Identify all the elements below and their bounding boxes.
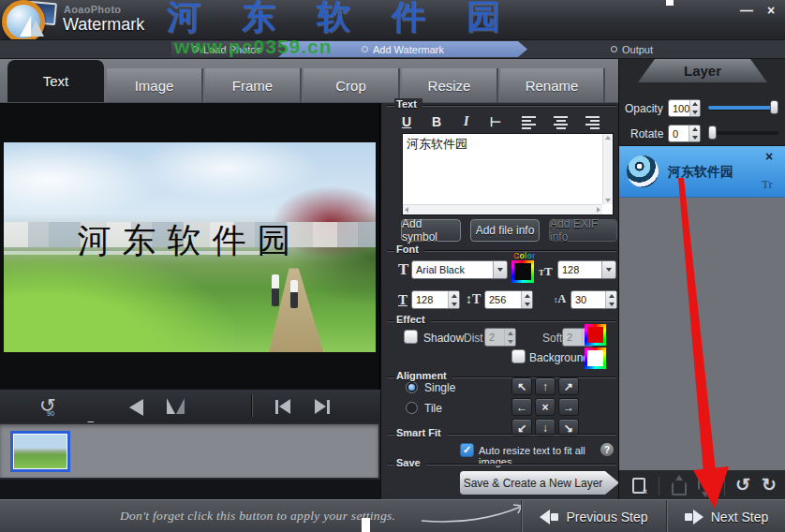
text-settings-panel: Text U B I ⊢ 河东软件园 Add symbol Add file i… bbox=[380, 103, 618, 499]
background-checkbox[interactable] bbox=[511, 349, 526, 363]
app-logo-icon bbox=[2, 0, 45, 43]
text-group-label: Text bbox=[394, 98, 422, 111]
rotate-stepper[interactable]: 0 bbox=[668, 125, 701, 142]
move-layer-down-button[interactable] bbox=[698, 477, 713, 490]
tab-frame[interactable]: Frame bbox=[205, 68, 302, 102]
shadow-label: Shadow bbox=[423, 332, 464, 345]
undo-button[interactable]: ↺ bbox=[735, 474, 750, 495]
thumbnail-image bbox=[14, 435, 67, 468]
single-radio[interactable] bbox=[406, 381, 418, 393]
font-family-select[interactable]: Arial Black bbox=[411, 260, 508, 279]
shadow-checkbox[interactable] bbox=[404, 330, 418, 344]
layer-visibility-eye-icon[interactable] bbox=[627, 155, 659, 187]
opacity-slider-track[interactable] bbox=[708, 106, 778, 110]
tab-image[interactable]: Image bbox=[107, 68, 203, 102]
auto-resize-checkbox[interactable]: ✓ bbox=[460, 443, 474, 457]
soft-label: Soft bbox=[542, 332, 562, 345]
font-color-swatch[interactable] bbox=[511, 260, 534, 283]
add-file-info-button[interactable]: Add file info bbox=[470, 219, 540, 242]
app-window: AoaoPhoto Watermark — × 河东软件园 www.pc0359… bbox=[0, 0, 785, 532]
tab-stop-button[interactable]: ⊢ bbox=[490, 114, 501, 129]
background-color-swatch[interactable] bbox=[585, 347, 606, 369]
move-layer-up-button[interactable] bbox=[672, 482, 687, 495]
text-layer-type-icon: Tr bbox=[762, 177, 773, 192]
font-width-stepper[interactable]: 128 bbox=[411, 290, 460, 309]
align-center-pos-button[interactable]: × bbox=[535, 398, 555, 416]
next-image-button[interactable] bbox=[315, 399, 330, 414]
font-height-icon: ↕T bbox=[466, 292, 481, 307]
preview-photo[interactable]: 河东软件园 bbox=[4, 142, 376, 352]
italic-button[interactable]: I bbox=[464, 114, 468, 129]
delete-layer-button[interactable]: × bbox=[632, 478, 645, 494]
next-step-button[interactable]: Next Step bbox=[668, 500, 785, 532]
flip-horizontal-button[interactable] bbox=[129, 398, 143, 421]
layer-item[interactable]: 河东软件园 × Tr bbox=[619, 146, 785, 198]
align-right-button[interactable] bbox=[585, 116, 600, 129]
minimize-button[interactable]: — bbox=[736, 3, 757, 18]
shadow-color-swatch[interactable] bbox=[585, 324, 606, 346]
screenshot-artifact bbox=[666, 0, 674, 6]
thumbnail-selected[interactable] bbox=[10, 431, 70, 472]
rotate-slider-handle[interactable] bbox=[708, 126, 717, 140]
stepper-arrows[interactable] bbox=[689, 100, 700, 116]
watermark-text-input[interactable]: 河东软件园 bbox=[402, 133, 614, 215]
tile-radio[interactable] bbox=[406, 402, 418, 414]
rotate-left-90-button[interactable]: ↺90 bbox=[39, 394, 62, 417]
previous-image-button[interactable] bbox=[275, 399, 290, 414]
hint-curved-arrow bbox=[408, 500, 530, 528]
stepper-arrows[interactable] bbox=[605, 291, 616, 308]
align-left-pos-button[interactable]: ← bbox=[511, 398, 532, 416]
redo-button[interactable]: ↻ bbox=[762, 474, 777, 495]
previous-step-button[interactable]: Previous Step bbox=[523, 500, 665, 532]
scroll-left-icon bbox=[405, 207, 408, 213]
help-icon[interactable]: ? bbox=[600, 443, 614, 456]
vertical-scrollbar[interactable] bbox=[602, 134, 613, 204]
underline-button[interactable]: U bbox=[402, 114, 411, 129]
step-circle-icon bbox=[611, 46, 617, 52]
layer-delete-icon[interactable]: × bbox=[765, 149, 773, 164]
font-height-stepper[interactable]: 256 bbox=[484, 290, 533, 309]
stepper-arrows[interactable] bbox=[689, 126, 700, 141]
shadow-dist-stepper[interactable]: 2 bbox=[484, 328, 516, 347]
font-family-icon: T bbox=[398, 260, 408, 279]
tile-label[interactable]: Tile bbox=[424, 402, 442, 415]
opacity-slider-handle[interactable] bbox=[770, 100, 778, 114]
add-exif-info-button[interactable]: Add EXIF info bbox=[549, 219, 617, 242]
next-image-icon bbox=[315, 399, 326, 414]
align-top-right-button[interactable]: ↗ bbox=[558, 377, 579, 395]
horizontal-scrollbar[interactable] bbox=[403, 204, 602, 214]
tab-rename[interactable]: Rename bbox=[500, 68, 605, 102]
bold-button[interactable]: B bbox=[432, 114, 441, 129]
align-right-pos-button[interactable]: → bbox=[558, 398, 579, 416]
previous-step-icon bbox=[540, 510, 558, 525]
layer-name: 河东软件园 bbox=[668, 164, 733, 181]
photo-person bbox=[290, 280, 298, 308]
stepper-arrows[interactable] bbox=[504, 329, 515, 346]
tab-text[interactable]: Text bbox=[7, 60, 104, 102]
dist-label: Dist bbox=[464, 332, 483, 345]
tab-resize[interactable]: Resize bbox=[402, 68, 498, 102]
stepper-arrows[interactable] bbox=[448, 291, 459, 308]
stepper-arrows[interactable] bbox=[521, 291, 532, 308]
step-output[interactable]: Output bbox=[611, 41, 695, 57]
font-size-select[interactable]: 128 bbox=[557, 260, 616, 279]
watermark-on-photo[interactable]: 河东软件园 bbox=[4, 218, 376, 264]
previous-image-icon bbox=[279, 399, 290, 414]
align-center-button[interactable] bbox=[554, 116, 568, 129]
alignment-group-label: Alignment bbox=[394, 370, 452, 382]
save-create-layer-button[interactable]: Save & Create a New Layer bbox=[460, 471, 619, 495]
tab-bar: Text Image Frame Crop Resize Rename bbox=[0, 59, 618, 103]
rotate-slider-track[interactable] bbox=[708, 131, 778, 135]
close-button[interactable]: × bbox=[761, 3, 781, 18]
letter-spacing-stepper[interactable]: 30 bbox=[570, 290, 617, 309]
layer-list: 河东软件园 × Tr bbox=[619, 145, 785, 470]
single-label[interactable]: Single bbox=[424, 381, 455, 394]
opacity-stepper[interactable]: 100 bbox=[668, 99, 701, 117]
align-left-button[interactable] bbox=[522, 116, 536, 129]
tab-crop[interactable]: Crop bbox=[304, 68, 400, 102]
add-symbol-button[interactable]: Add symbol bbox=[401, 219, 461, 242]
align-top-button[interactable]: ↑ bbox=[535, 377, 555, 395]
flip-vertical-button[interactable] bbox=[167, 398, 185, 414]
align-top-left-button[interactable]: ↖ bbox=[511, 377, 532, 395]
layer-panel-title: Layer bbox=[638, 59, 767, 82]
